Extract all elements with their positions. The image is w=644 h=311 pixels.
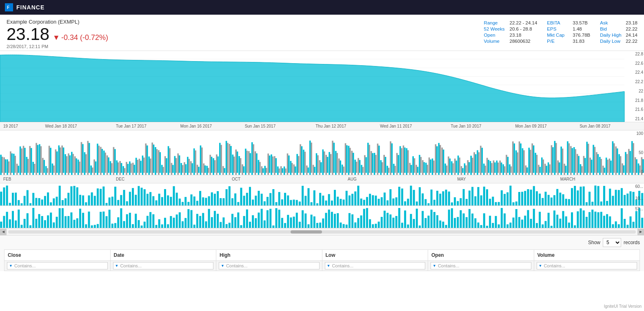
stat-volume-value: 28600632 [510, 39, 531, 44]
svg-rect-336 [525, 165, 527, 175]
svg-rect-659 [85, 224, 87, 228]
svg-rect-757 [372, 224, 374, 228]
svg-rect-200 [306, 165, 308, 175]
svg-text:F: F [7, 5, 9, 10]
svg-rect-97 [140, 161, 142, 173]
svg-rect-256 [396, 153, 398, 175]
svg-rect-462 [152, 196, 154, 205]
svg-rect-567 [460, 198, 462, 205]
svg-rect-576 [486, 189, 488, 205]
svg-rect-370 [580, 164, 582, 175]
filter-input-open[interactable]: ▼ Contains... [431, 262, 531, 269]
svg-rect-69 [95, 161, 97, 173]
svg-rect-423 [38, 198, 40, 205]
svg-rect-765 [395, 216, 398, 228]
svg-rect-835 [600, 212, 602, 228]
svg-rect-841 [618, 224, 620, 228]
svg-rect-429 [56, 197, 58, 205]
filter-input-close[interactable]: ▼ Contains... [7, 262, 108, 269]
svg-rect-614 [597, 186, 600, 205]
svg-rect-113 [166, 158, 167, 173]
svg-rect-251 [388, 168, 390, 173]
svg-rect-287 [446, 165, 448, 173]
svg-rect-26 [26, 157, 28, 175]
svg-rect-488 [229, 186, 231, 205]
svg-rect-633 [9, 219, 11, 228]
svg-rect-800 [498, 224, 500, 228]
svg-rect-830 [586, 217, 588, 228]
svg-rect-324 [506, 155, 507, 175]
svg-rect-310 [483, 163, 485, 175]
svg-rect-773 [419, 225, 421, 228]
svg-rect-277 [430, 159, 431, 173]
svg-rect-128 [190, 161, 192, 175]
svg-rect-668 [111, 224, 113, 228]
svg-rect-491 [237, 202, 239, 205]
svg-rect-291 [453, 163, 454, 173]
filter-input-high[interactable]: ▼ Contains... [219, 262, 320, 269]
scroll-left-button[interactable]: ◀ [0, 229, 7, 235]
svg-rect-438 [82, 195, 84, 205]
svg-rect-62 [84, 152, 86, 175]
scrollbar-thumb[interactable] [291, 230, 322, 234]
svg-rect-371 [581, 166, 583, 173]
svg-rect-46 [58, 146, 60, 175]
svg-rect-744 [334, 214, 336, 228]
records-label: records [624, 240, 640, 245]
svg-rect-651 [62, 208, 64, 228]
svg-rect-226 [348, 146, 350, 175]
svg-rect-518 [316, 203, 318, 205]
svg-rect-466 [164, 189, 166, 205]
svg-rect-285 [443, 150, 444, 173]
svg-rect-105 [153, 145, 155, 173]
svg-rect-689 [173, 218, 175, 228]
svg-rect-527 [343, 200, 345, 205]
svg-rect-98 [142, 156, 144, 175]
svg-rect-448 [111, 196, 113, 205]
svg-rect-707 [226, 224, 228, 228]
svg-rect-260 [403, 146, 404, 175]
svg-rect-474 [187, 202, 189, 205]
month-label-dec: DEC [116, 177, 124, 181]
svg-rect-825 [571, 212, 573, 228]
svg-rect-92 [132, 163, 134, 175]
svg-rect-61 [82, 144, 84, 173]
svg-rect-844 [626, 225, 628, 228]
svg-rect-554 [422, 193, 424, 205]
scroll-right-button[interactable]: ▶ [637, 229, 644, 235]
filter-input-date[interactable]: ▼ Contains... [113, 262, 214, 269]
svg-rect-378 [593, 145, 594, 175]
app-logo: F [5, 3, 13, 11]
svg-rect-258 [400, 146, 401, 175]
svg-rect-609 [583, 186, 585, 205]
stock-name: Example Corporation (EXMPL) [7, 19, 484, 25]
month-label-oct: OCT [232, 177, 240, 181]
svg-rect-728 [287, 215, 289, 228]
filter-input-volume[interactable]: ▼ Contains... [537, 262, 637, 269]
svg-rect-220 [338, 159, 340, 175]
stat-volume-label: Volume [484, 39, 506, 44]
svg-rect-730 [293, 216, 295, 228]
svg-rect-591 [530, 190, 532, 205]
svg-rect-81 [114, 149, 116, 173]
svg-rect-461 [149, 192, 151, 205]
svg-rect-259 [401, 148, 402, 173]
svg-rect-227 [349, 148, 351, 173]
stat-daily-high-value: 24.14 [626, 33, 637, 37]
svg-rect-134 [200, 146, 202, 175]
svg-rect-284 [441, 148, 443, 175]
svg-rect-478 [199, 191, 201, 205]
svg-rect-27 [27, 159, 29, 173]
filter-input-low[interactable]: ▼ Contains... [325, 262, 426, 269]
svg-rect-126 [187, 157, 189, 175]
svg-rect-196 [300, 144, 301, 175]
svg-rect-312 [486, 158, 488, 175]
svg-rect-18 [13, 154, 15, 175]
svg-rect-583 [506, 192, 509, 205]
svg-rect-266 [412, 156, 414, 175]
svg-rect-715 [249, 222, 251, 228]
svg-rect-10 [0, 155, 2, 175]
svg-rect-571 [471, 187, 473, 205]
svg-rect-230 [354, 160, 356, 175]
records-select[interactable]: 5 10 25 [603, 238, 621, 247]
